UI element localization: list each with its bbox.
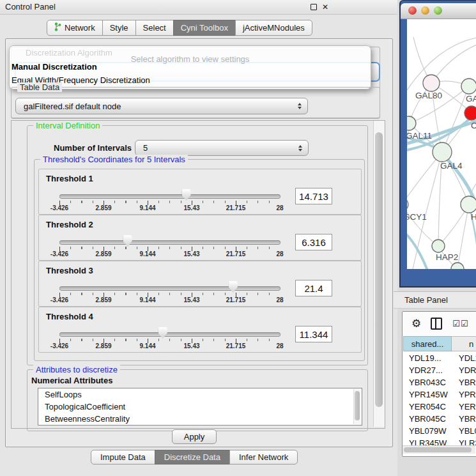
tab-network[interactable]: Network	[47, 20, 103, 36]
slider-track[interactable]	[59, 286, 280, 291]
scale-tick-label: 28	[276, 296, 283, 303]
close-traffic-light-icon[interactable]	[408, 6, 417, 15]
cell-name: YPR1	[452, 388, 476, 401]
cell-shared-name: YBR043C	[403, 376, 452, 388]
number-of-intervals-spinner[interactable]: 5	[135, 140, 309, 156]
tab-label: Select	[143, 23, 166, 33]
network-node-ga[interactable]	[461, 79, 476, 94]
table-horizontal-scrollbar[interactable]	[403, 445, 475, 454]
cell-shared-name: YPR145W	[403, 388, 452, 401]
network-node-gal80[interactable]	[423, 75, 440, 91]
threshold-panel-1: Threshold 1-3.4262.8599.14415.4321.71528…	[38, 169, 362, 215]
scale-tick-label: 9.144	[139, 342, 155, 349]
tab-cyni-toolbox[interactable]: Cyni Toolbox	[173, 20, 236, 36]
cell-name: YLR3	[452, 437, 476, 445]
tab-impute-data[interactable]: Impute Data	[91, 450, 155, 464]
attribute-list-item[interactable]: SelfLoops	[38, 388, 362, 401]
close-icon[interactable]: ✕	[322, 3, 328, 11]
zoom-traffic-light-icon[interactable]	[434, 6, 442, 15]
columns-icon[interactable]	[431, 318, 442, 330]
threshold-panel-2: Threshold 2-3.4262.8599.14415.4321.71528…	[38, 215, 362, 261]
scale-tick-label: 2.859	[95, 342, 111, 349]
network-edge[interactable]	[407, 231, 429, 269]
cell-name: YBL0	[452, 425, 476, 437]
network-node-h[interactable]	[461, 196, 476, 213]
scale-tick-label: 28	[276, 342, 283, 349]
scale-tick-label: 9.144	[139, 204, 155, 211]
network-canvas[interactable]: GAL80GACGAL11GAL4GCY1HHAP2	[407, 19, 476, 269]
table-data-value: galFiltered.sif default node	[24, 102, 121, 111]
interval-definition-group: Interval Definition Number of Intervals …	[27, 125, 368, 365]
node-label: C	[471, 121, 476, 130]
spinner-stepper-icon[interactable]	[298, 145, 302, 151]
scale-tick-label: -3.426	[50, 250, 68, 257]
checkbox-icon[interactable]: ☑	[452, 319, 460, 328]
interval-definition-title: Interval Definition	[33, 121, 102, 130]
slider-thumb[interactable]	[182, 189, 191, 201]
network-edge[interactable]	[431, 43, 476, 83]
tab-style[interactable]: Style	[102, 20, 136, 36]
network-window-titlebar[interactable]	[401, 3, 476, 19]
algorithm-dropdown-popup: Discretization Algorithm Select algorith…	[9, 45, 371, 89]
tab-discretize-data[interactable]: Discretize Data	[155, 450, 230, 464]
threshold-value-field[interactable]: 14.713	[295, 188, 332, 204]
scale-tick-label: 2.859	[95, 296, 111, 303]
column-header-name[interactable]: n	[452, 336, 476, 351]
attributes-scrollbar[interactable]	[353, 389, 361, 424]
attribute-list-item[interactable]: BetweennessCentrality	[38, 413, 362, 425]
bottom-tab-bar: Impute DataDiscretize DataInfer Network	[91, 450, 298, 466]
slider-track[interactable]	[59, 194, 280, 199]
checkbox-icon[interactable]: ☑	[461, 319, 468, 328]
scale-tick-label: 21.715	[226, 250, 246, 257]
tab-select[interactable]: Select	[135, 20, 174, 36]
table-row[interactable]: YDL19...YDL1	[403, 352, 476, 364]
settings-vertical-scrollbar[interactable]	[373, 121, 385, 427]
column-header-shared-name[interactable]: shared...	[403, 336, 452, 351]
numerical-attributes-list[interactable]: SelfLoopsTopologicalCoefficientBetweenne…	[38, 388, 362, 426]
scale-tick-label: -3.426	[50, 342, 68, 349]
threshold-value-field[interactable]: 21.4	[295, 280, 332, 296]
threshold-value-field[interactable]: 6.316	[295, 234, 332, 250]
table-row[interactable]: YDR27...YDR2	[403, 364, 476, 376]
network-icon	[54, 22, 61, 33]
scale-tick-label: 21.715	[226, 204, 246, 211]
threshold-panel-3: Threshold 3-3.4262.8599.14415.4321.71528…	[38, 261, 362, 307]
combo-stepper-icon[interactable]	[298, 103, 302, 109]
threshold-label: Threshold 2	[46, 220, 93, 229]
tab-jactivemnodules[interactable]: jActiveMNodules	[235, 20, 312, 36]
tab-infer-network[interactable]: Infer Network	[229, 450, 298, 464]
control-panel-titlebar: Control Panel ✕	[0, 0, 397, 15]
table-row[interactable]: YBR043CYBR0	[403, 376, 476, 388]
table-row[interactable]: YBR045CYBR0	[403, 413, 476, 425]
slider-thumb[interactable]	[123, 235, 132, 247]
tab-label: Discretize Data	[164, 452, 220, 462]
attribute-list-item[interactable]: TopologicalCoefficient	[38, 401, 362, 413]
table-panel-header: Table Panel	[394, 291, 476, 309]
node-label: GAL4	[440, 161, 463, 171]
table-panel-title: Table Panel	[404, 292, 448, 308]
attributes-group: Attributes to discretize Numerical Attri…	[27, 369, 368, 431]
network-node-c[interactable]	[464, 106, 476, 120]
float-window-icon[interactable]	[311, 4, 317, 10]
apply-button[interactable]: Apply	[172, 429, 217, 444]
network-node-gal4[interactable]	[433, 142, 452, 162]
threshold-value-field[interactable]: 11.344	[295, 326, 332, 342]
slider-track[interactable]	[59, 332, 280, 337]
slider-thumb[interactable]	[158, 327, 167, 339]
table-data-combobox[interactable]: galFiltered.sif default node	[15, 98, 308, 114]
network-node-hap2[interactable]	[432, 240, 445, 252]
table-row[interactable]: YBL079WYBL0	[403, 425, 476, 437]
minimize-traffic-light-icon[interactable]	[421, 6, 429, 15]
network-node-gcy1[interactable]	[407, 198, 408, 211]
table-row[interactable]: YLR345WYLR3	[403, 437, 476, 445]
network-node[interactable]	[451, 263, 464, 269]
table-row[interactable]: YPR145WYPR1	[403, 388, 476, 401]
slider-track[interactable]	[59, 240, 280, 245]
network-view-window[interactable]: GAL80GACGAL11GAL4GCY1HHAP2	[399, 0, 476, 288]
gear-icon[interactable]: ⚙	[411, 318, 421, 329]
algorithm-option-manual[interactable]: Manual Discretization	[12, 62, 97, 72]
slider-thumb[interactable]	[229, 281, 238, 293]
scale-tick-label: 21.715	[226, 342, 246, 349]
scale-tick-label: 2.859	[95, 204, 111, 211]
table-row[interactable]: YER054CYER0	[403, 401, 476, 413]
